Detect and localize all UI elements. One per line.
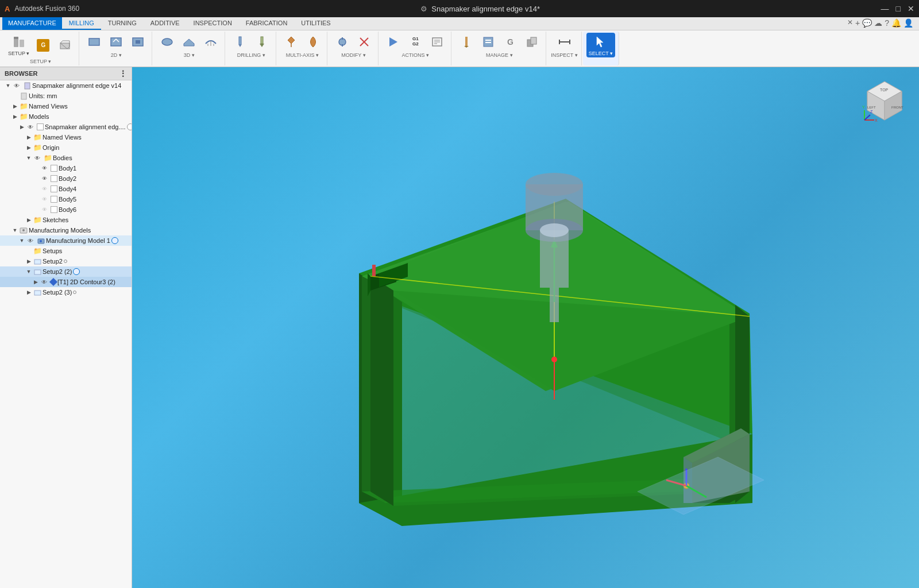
tree-item-setups[interactable]: ▶ 📁 Setups	[0, 246, 132, 256]
toolbar-btn-modify2[interactable]	[354, 33, 374, 51]
tree-item-body5[interactable]: ▶ 👁 Body5	[0, 194, 132, 204]
add-file-icon[interactable]: +	[855, 18, 860, 29]
toolbar-btn-parallel[interactable]	[200, 33, 221, 51]
mfg-models-arrow[interactable]: ▼	[11, 227, 18, 234]
tree-item-setup2-3[interactable]: ▶ Setup2 (3)	[0, 287, 132, 297]
tab-inspection[interactable]: INSPECTION	[187, 17, 239, 30]
toolbar-btn-manage4[interactable]	[522, 33, 542, 51]
tree-item-setup2-2[interactable]: ▼ Setup2 (2)	[0, 266, 132, 277]
toolbar-btn-contour[interactable]	[106, 33, 126, 51]
tree-item-mfg-model-1[interactable]: ▼ 👁 Manufacturing Model 1	[0, 235, 132, 246]
snapmaker-model-arrow[interactable]: ▶	[18, 123, 25, 130]
mfg-model1-eye[interactable]: 👁	[26, 237, 34, 245]
contour-eye[interactable]: 👁	[40, 278, 48, 286]
snapmaker-eye[interactable]: 👁	[26, 123, 34, 131]
help-icon[interactable]: ?	[885, 18, 889, 29]
tree-item-root[interactable]: ▼ 👁 Snapmaker alignment edge v14	[0, 80, 132, 91]
tree-item-bodies[interactable]: ▼ 👁 📁 Bodies	[0, 153, 132, 163]
tree-item-snapmaker-model[interactable]: ▶ 👁 Snapmaker alignment edg....	[0, 122, 132, 132]
browser-options-icon[interactable]: ⋮	[119, 69, 127, 78]
tab-turning[interactable]: TURNING	[101, 17, 144, 30]
viewport[interactable]: TOP LEFT FRONT X Y Z	[132, 67, 919, 588]
tree-item-named-views-2[interactable]: ▶ 📁 Named Views	[0, 132, 132, 142]
body5-eye[interactable]: 👁	[40, 195, 48, 203]
maximize-button[interactable]: □	[896, 4, 901, 13]
tree-item-sketches[interactable]: ▶ 📁 Sketches	[0, 215, 132, 225]
close-file-icon[interactable]: ✕	[847, 18, 853, 29]
tree-item-body2[interactable]: ▶ 👁 Body2	[0, 173, 132, 184]
tree-item-units[interactable]: ▶ Units: mm	[0, 91, 132, 101]
toolbar-btn-manage2[interactable]	[478, 33, 499, 51]
units-label: Units: mm	[29, 92, 57, 99]
root-arrow[interactable]: ▼	[5, 82, 11, 89]
close-button[interactable]: ✕	[908, 4, 914, 13]
toolbar-btn-adaptive[interactable]	[157, 33, 177, 51]
sketches-arrow[interactable]: ▶	[25, 216, 32, 223]
manufacture-tab[interactable]: MANUFACTURE	[2, 17, 62, 30]
toolbar-btn-manage3[interactable]: G	[500, 33, 520, 51]
tab-utilities[interactable]: UTILITIES	[294, 17, 337, 30]
setup2-3-arrow[interactable]: ▶	[25, 289, 32, 296]
chat-icon[interactable]: 💬	[862, 18, 872, 29]
tree-item-body1[interactable]: ▶ 👁 Body1	[0, 163, 132, 173]
toolbar-btn-pocket3d[interactable]	[179, 33, 199, 51]
toolbar-btn-g-code[interactable]: G	[33, 38, 53, 53]
toolbar-btn-bore[interactable]	[252, 33, 272, 51]
body1-checkbox[interactable]	[51, 165, 57, 172]
browser-content[interactable]: ▼ 👁 Snapmaker alignment edge v14 ▶ Units…	[0, 80, 132, 588]
tab-additive[interactable]: ADDITIVE	[144, 17, 187, 30]
toolbar-btn-multiaxis1[interactable]	[281, 33, 302, 51]
titlebar-controls[interactable]: — □ ✕	[881, 4, 914, 13]
toolbar-btn-multiaxis2[interactable]	[303, 33, 323, 51]
toolbar-btn-select[interactable]: SELECT ▾	[586, 33, 615, 57]
tab-fabrication[interactable]: FABRICATION	[239, 17, 295, 30]
body6-eye[interactable]: 👁	[40, 206, 48, 214]
named-views-arrow[interactable]: ▶	[11, 103, 18, 110]
toolbar-btn-stock[interactable]	[55, 36, 75, 55]
named-views2-arrow[interactable]: ▶	[25, 134, 32, 141]
tree-item-body4[interactable]: ▶ 👁 Body4	[0, 184, 132, 194]
tree-item-body6[interactable]: ▶ 👁 Body6	[0, 204, 132, 215]
tree-item-models[interactable]: ▶ 📁 Models	[0, 111, 132, 122]
bodies-eye[interactable]: 👁	[33, 154, 41, 162]
toolbar-btn-face[interactable]	[84, 33, 105, 51]
notification-icon[interactable]: 🔔	[891, 18, 901, 29]
tree-item-mfg-models[interactable]: ▼ Manufacturing Models	[0, 225, 132, 235]
cloud-icon[interactable]: ☁	[874, 18, 882, 29]
bodies-arrow[interactable]: ▼	[25, 154, 32, 161]
contour-arrow[interactable]: ▶	[32, 278, 39, 285]
setup2-arrow[interactable]: ▶	[25, 258, 32, 265]
toolbar-btn-tool-library[interactable]	[456, 33, 477, 51]
body1-eye[interactable]: 👁	[40, 164, 48, 172]
body6-checkbox[interactable]	[51, 206, 57, 213]
snapmaker-icon: ⚙	[420, 5, 427, 13]
nav-cube[interactable]: TOP LEFT FRONT X Y Z	[862, 79, 908, 125]
tree-item-contour[interactable]: ▶ 👁 [T1] 2D Contour3 (2)	[0, 277, 132, 287]
tree-item-origin[interactable]: ▶ 📁 Origin	[0, 142, 132, 153]
snapmaker-checkbox[interactable]	[37, 123, 44, 130]
toolbar-btn-measure[interactable]	[554, 33, 575, 51]
tab-milling[interactable]: MILLING	[62, 17, 101, 30]
toolbar-btn-drill[interactable]	[230, 33, 250, 51]
body5-checkbox[interactable]	[51, 196, 57, 203]
body4-checkbox[interactable]	[51, 185, 57, 192]
setup2-2-arrow[interactable]: ▼	[25, 268, 32, 275]
body2-checkbox[interactable]	[51, 175, 57, 182]
toolbar-btn-simulate[interactable]	[383, 33, 404, 51]
toolbar-btn-pocket[interactable]	[128, 33, 148, 51]
user-icon[interactable]: 👤	[903, 18, 913, 29]
setup2-3-icon	[33, 288, 41, 296]
tree-item-named-views[interactable]: ▶ 📁 Named Views	[0, 101, 132, 111]
origin-arrow[interactable]: ▶	[25, 144, 32, 151]
models-arrow[interactable]: ▶	[11, 113, 18, 120]
toolbar-btn-g1g2[interactable]: G1G2	[405, 33, 426, 51]
minimize-button[interactable]: —	[881, 4, 889, 13]
toolbar-btn-setup[interactable]: SETUP ▾	[6, 33, 32, 57]
root-eye[interactable]: 👁	[13, 82, 21, 90]
mfg-model1-arrow[interactable]: ▼	[18, 237, 25, 244]
body4-eye[interactable]: 👁	[40, 185, 48, 193]
body2-eye[interactable]: 👁	[40, 175, 48, 183]
toolbar-btn-post[interactable]	[427, 33, 447, 51]
toolbar-btn-modify1[interactable]	[332, 33, 353, 51]
tree-item-setup2[interactable]: ▶ Setup2	[0, 256, 132, 266]
